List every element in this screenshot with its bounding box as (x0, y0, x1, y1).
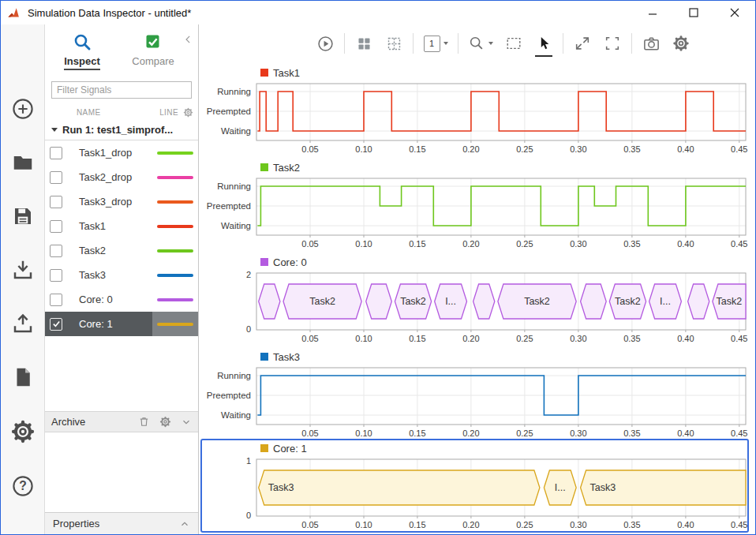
tab-compare[interactable]: Compare (124, 32, 182, 80)
column-line-header: LINE (159, 108, 178, 117)
svg-text:2: 2 (246, 270, 251, 279)
properties-section-header[interactable]: Properties (45, 512, 198, 534)
fit-to-view-button[interactable] (571, 32, 593, 54)
plot-task2[interactable]: Task2 WaitingPreemptedRunning0.050.100.1… (199, 157, 755, 252)
filter-signals-input[interactable] (51, 81, 192, 99)
signal-name: Task2_drop (79, 171, 132, 183)
signal-row-task2[interactable]: Task2 (45, 238, 198, 263)
svg-text:0.05: 0.05 (301, 428, 318, 438)
svg-text:Task2: Task2 (400, 296, 426, 307)
signal-checkbox[interactable] (50, 147, 62, 159)
signal-checkbox[interactable] (50, 171, 62, 184)
zoom-button[interactable] (466, 32, 495, 54)
plot-legend: Task1 (260, 66, 755, 79)
signal-line-swatch (157, 225, 193, 228)
add-run-button[interactable] (11, 97, 35, 121)
plot-legend: Core: 1 (260, 442, 755, 455)
subplot-grid-button[interactable] (383, 32, 405, 54)
chevron-up-icon[interactable] (179, 518, 190, 529)
chevron-down-icon[interactable] (181, 417, 192, 428)
signal-row-core-0[interactable]: Core: 0 (45, 287, 198, 312)
archive-label: Archive (51, 416, 85, 428)
signal-name: Task2 (79, 245, 106, 256)
new-document-button[interactable] (11, 365, 35, 389)
signal-row-task1[interactable]: Task1 (45, 214, 198, 238)
chevron-left-icon (183, 34, 194, 45)
region-select-button[interactable] (503, 32, 525, 54)
import-button[interactable] (11, 258, 35, 282)
signal-row-task3[interactable]: Task3 (45, 263, 198, 287)
plot-core-0[interactable]: Core: 0 200.050.100.150.200.250.300.350.… (199, 252, 755, 346)
minimize-button[interactable] (632, 1, 673, 24)
svg-text:0.35: 0.35 (623, 334, 640, 343)
svg-text:0.25: 0.25 (516, 239, 533, 249)
core1-chart[interactable]: 100.050.100.150.200.250.300.350.400.45Ta… (199, 455, 751, 532)
svg-text:I...: I... (445, 296, 456, 307)
plot-legend: Task2 (260, 161, 755, 174)
signal-row-task1-drop[interactable]: Task1_drop (45, 140, 198, 165)
plot-task3[interactable]: Task3 WaitingPreemptedRunning0.050.100.1… (199, 346, 755, 438)
signal-checkbox[interactable] (50, 196, 62, 208)
svg-text:0.10: 0.10 (355, 239, 372, 249)
maximize-plot-button[interactable] (601, 32, 623, 54)
svg-text:0.25: 0.25 (516, 520, 533, 529)
plot-title: Core: 0 (273, 256, 307, 268)
expand-caret-icon[interactable] (51, 128, 58, 132)
visualization-settings-button[interactable] (670, 32, 692, 54)
signal-row-task3-drop[interactable]: Task3_drop (45, 189, 198, 214)
maximize-button[interactable] (673, 1, 714, 24)
panel-spacer (45, 336, 198, 411)
plot-layout-selector[interactable]: 1 (421, 32, 450, 54)
signal-name: Core: 0 (79, 294, 113, 305)
plot-core-1[interactable]: Core: 1 100.050.100.150.200.250.300.350.… (199, 438, 755, 534)
signal-name: Task1_drop (79, 147, 132, 159)
toolbar-separator (344, 33, 345, 54)
run-group-row[interactable]: Run 1: test1_simprof... (45, 120, 198, 140)
open-session-button[interactable] (11, 151, 35, 174)
signal-checkbox[interactable] (50, 318, 62, 331)
archive-section-header[interactable]: Archive (45, 411, 198, 432)
layout-grid-button[interactable] (353, 32, 375, 54)
core0-chart[interactable]: 200.050.100.150.200.250.300.350.400.45Ta… (199, 268, 751, 346)
signal-row-core-1[interactable]: Core: 1 (45, 312, 198, 336)
signal-checkbox[interactable] (50, 220, 62, 233)
plot-task1[interactable]: Task1 WaitingPreemptedRunning0.050.100.1… (199, 62, 755, 157)
run-button[interactable] (314, 32, 336, 54)
signal-line-swatch (157, 249, 193, 253)
svg-text:0.35: 0.35 (623, 520, 640, 529)
column-settings-gear-icon[interactable] (183, 107, 193, 118)
export-button[interactable] (11, 312, 35, 335)
help-button[interactable]: ? (11, 474, 35, 498)
task1-chart[interactable]: WaitingPreemptedRunning0.050.100.150.200… (199, 79, 751, 156)
task3-chart[interactable]: WaitingPreemptedRunning0.050.100.150.200… (199, 363, 751, 440)
close-button[interactable] (714, 1, 755, 24)
archive-settings-gear-icon[interactable] (159, 416, 171, 428)
signal-line-swatch (157, 152, 193, 155)
cursor-tool-button[interactable] (533, 32, 555, 54)
signal-line-cell (152, 312, 198, 336)
svg-text:0.05: 0.05 (301, 520, 318, 529)
svg-text:Running: Running (217, 181, 251, 191)
tab-inspect-label: Inspect (64, 55, 100, 70)
task2-chart[interactable]: WaitingPreemptedRunning0.050.100.150.200… (199, 174, 751, 251)
toolbar-separator (631, 33, 632, 54)
save-session-button[interactable] (11, 204, 35, 228)
svg-text:0.45: 0.45 (731, 239, 747, 249)
tab-inspect[interactable]: Inspect (53, 32, 111, 80)
signal-table-header: NAME LINE (45, 105, 198, 120)
signal-checkbox[interactable] (50, 294, 62, 306)
svg-text:Preempted: Preempted (207, 391, 251, 400)
preferences-button[interactable] (10, 419, 36, 444)
trash-icon[interactable] (138, 416, 150, 428)
signal-row-task2-drop[interactable]: Task2_drop (45, 165, 198, 189)
collapse-panel-button[interactable] (183, 34, 194, 48)
plot-title: Task2 (273, 162, 300, 174)
svg-text:0.15: 0.15 (409, 239, 425, 249)
signal-checkbox[interactable] (50, 269, 62, 282)
svg-text:Task2: Task2 (615, 296, 641, 307)
plot-area: Task1 WaitingPreemptedRunning0.050.100.1… (199, 62, 755, 534)
svg-text:0.45: 0.45 (731, 334, 747, 343)
svg-text:0.25: 0.25 (516, 428, 533, 438)
snapshot-button[interactable] (640, 32, 662, 54)
signal-checkbox[interactable] (50, 245, 62, 257)
